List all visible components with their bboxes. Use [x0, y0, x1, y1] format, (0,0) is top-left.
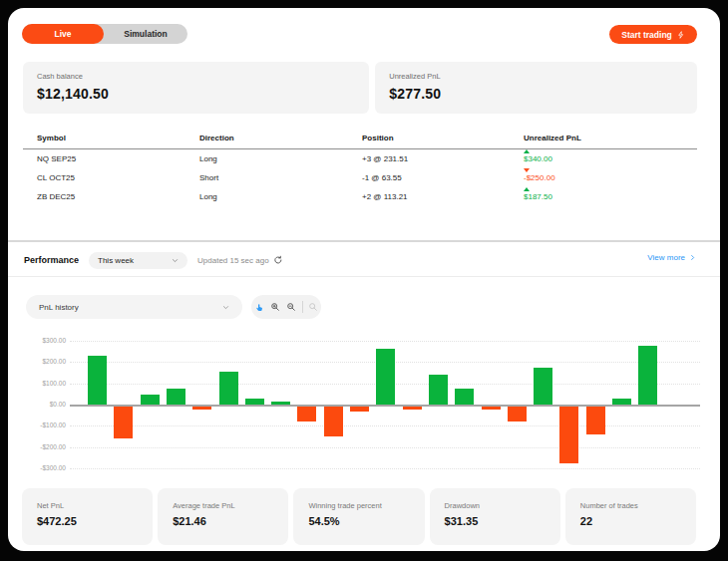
cell-position: +3 @ 231.51 — [362, 149, 408, 168]
start-trading-button[interactable]: Start trading — [609, 25, 697, 44]
stat-label: Number of trades — [580, 501, 681, 510]
stat-value: $31.35 — [445, 515, 546, 527]
gridline — [70, 425, 700, 426]
pnl-bar[interactable] — [508, 407, 527, 421]
cell-symbol: NQ SEP25 — [37, 149, 76, 168]
y-axis-tick-label: $100.00 — [18, 380, 66, 387]
performance-title: Performance — [24, 255, 79, 265]
stat-label: Drawdown — [445, 501, 546, 510]
net-pnl-card: Net PnL $472.25 — [22, 488, 153, 545]
positions-table: Symbol Direction Position Unrealized PnL… — [23, 132, 697, 206]
cell-position: +2 @ 113.21 — [362, 187, 408, 206]
cash-balance-card: Cash balance $12,140.50 — [23, 62, 369, 114]
number-of-trades-card: Number of trades 22 — [565, 488, 696, 545]
range-select[interactable]: This week — [89, 252, 187, 269]
col-position: Position — [362, 134, 394, 142]
trend-up-icon — [524, 187, 530, 191]
col-unrealized-pnl: Unrealized PnL — [524, 134, 581, 142]
refresh-icon[interactable] — [273, 255, 283, 265]
pnl-bar[interactable] — [376, 349, 395, 405]
pnl-bar[interactable] — [403, 407, 422, 410]
reset-zoom-icon[interactable] — [308, 302, 319, 313]
pnl-bar[interactable] — [350, 407, 369, 412]
pnl-chart-plot[interactable] — [70, 333, 700, 476]
y-axis-tick-label: $300.00 — [18, 337, 66, 344]
pnl-bar[interactable] — [88, 356, 107, 405]
table-row[interactable]: ZB DEC25 Long +2 @ 113.21 $187.50 — [23, 187, 697, 206]
y-axis-tick-label: -$200.00 — [18, 443, 66, 450]
updated-status: Updated 15 sec ago — [197, 255, 283, 265]
y-axis-tick-label: $0.00 — [18, 401, 66, 408]
pnl-bar[interactable] — [219, 372, 238, 405]
pnl-bar[interactable] — [324, 407, 343, 436]
stat-label: Net PnL — [37, 501, 138, 510]
pnl-bar[interactable] — [245, 399, 264, 405]
sub-divider — [8, 276, 720, 277]
start-trading-label: Start trading — [621, 30, 672, 40]
cell-symbol: ZB DEC25 — [37, 187, 75, 206]
unrealized-pnl-value: $277.50 — [389, 86, 683, 102]
unrealized-pnl-label: Unrealized PnL — [389, 72, 683, 81]
cell-direction: Long — [199, 187, 217, 206]
pnl-bar[interactable] — [482, 407, 501, 410]
stat-cards: Net PnL $472.25 Average trade PnL $21.46… — [22, 488, 696, 545]
y-axis-tick-label: $200.00 — [18, 358, 66, 365]
stat-label: Winning trade percent — [308, 501, 409, 510]
main-panel: Live Simulation Start trading Cash balan… — [8, 8, 720, 551]
pnl-bar[interactable] — [271, 402, 290, 405]
pnl-bar[interactable] — [192, 407, 211, 410]
gridline — [70, 468, 700, 469]
toggle-live[interactable]: Live — [22, 24, 104, 44]
pnl-bar[interactable] — [534, 368, 552, 405]
table-row[interactable]: NQ SEP25 Long +3 @ 231.51 $340.00 — [23, 149, 697, 168]
cell-position: -1 @ 63.55 — [362, 168, 402, 187]
metric-select[interactable]: PnL history — [26, 295, 242, 319]
stat-value: $472.25 — [37, 515, 138, 527]
zoom-in-icon[interactable] — [270, 302, 281, 313]
average-trade-pnl-card: Average trade PnL $21.46 — [158, 488, 288, 545]
col-direction: Direction — [199, 134, 234, 142]
toolbar-divider — [302, 301, 303, 313]
chevron-down-icon — [172, 257, 179, 264]
stat-label: Average trade PnL — [173, 501, 273, 510]
pnl-bar[interactable] — [638, 346, 657, 405]
summary-cards: Cash balance $12,140.50 Unrealized PnL $… — [23, 62, 697, 114]
stat-value: 54.5% — [308, 515, 409, 527]
pnl-bar[interactable] — [455, 389, 474, 405]
pnl-chart-ylabels: $300.00$200.00$100.00$0.00-$100.00-$200.… — [18, 333, 66, 476]
mode-toggle[interactable]: Live Simulation — [22, 24, 187, 44]
hand-tool-icon[interactable] — [254, 302, 265, 313]
chart-toolbar — [251, 295, 321, 319]
cash-balance-label: Cash balance — [37, 72, 355, 81]
chevron-down-icon — [222, 304, 229, 311]
view-more-link[interactable]: View more — [647, 253, 696, 262]
gridline — [70, 447, 700, 448]
toggle-simulation[interactable]: Simulation — [104, 24, 187, 44]
zoom-out-icon[interactable] — [286, 302, 297, 313]
trend-down-icon — [524, 168, 530, 172]
view-more-label: View more — [647, 253, 685, 262]
pnl-bar[interactable] — [612, 399, 631, 405]
section-divider — [8, 240, 720, 242]
winning-trade-percent-card: Winning trade percent 54.5% — [293, 488, 424, 545]
pnl-bar[interactable] — [141, 395, 160, 405]
col-symbol: Symbol — [37, 134, 66, 142]
range-select-value: This week — [98, 256, 134, 265]
y-axis-tick-label: -$100.00 — [18, 421, 66, 428]
lightning-icon — [677, 31, 685, 39]
stat-value: $21.46 — [173, 515, 273, 527]
pnl-bar[interactable] — [586, 407, 605, 434]
zero-line — [70, 405, 700, 407]
updated-text: Updated 15 sec ago — [197, 256, 269, 265]
pnl-bar[interactable] — [429, 375, 448, 405]
metric-select-value: PnL history — [39, 303, 79, 312]
y-axis-tick-label: -$300.00 — [18, 464, 66, 471]
pnl-bar[interactable] — [114, 407, 133, 438]
cell-symbol: CL OCT25 — [37, 168, 75, 187]
table-row[interactable]: CL OCT25 Short -1 @ 63.55 -$250.00 — [23, 168, 697, 187]
gridline — [70, 341, 700, 342]
pnl-bar[interactable] — [297, 407, 316, 421]
cell-direction: Long — [199, 149, 217, 168]
pnl-bar[interactable] — [167, 389, 185, 405]
pnl-bar[interactable] — [559, 407, 578, 463]
